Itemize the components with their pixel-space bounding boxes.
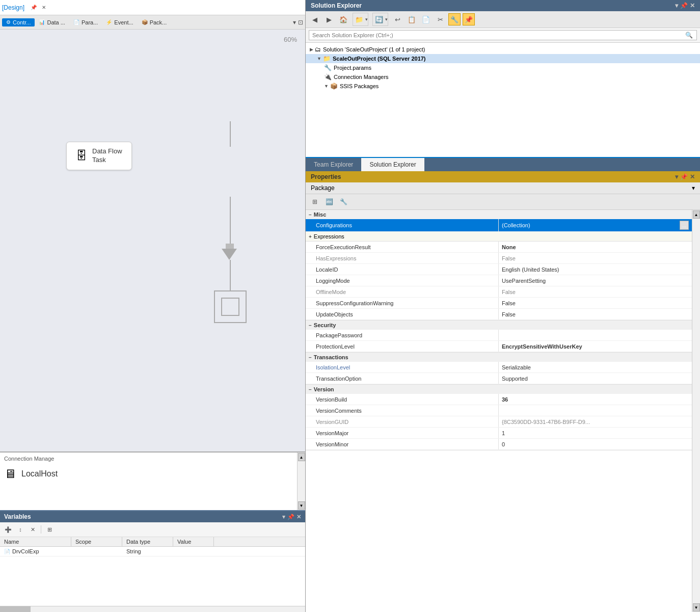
tab-solution-explorer[interactable]: Solution Explorer: [361, 158, 424, 171]
se-refresh-dropdown[interactable]: ▾: [385, 17, 388, 22]
se-paste-btn[interactable]: 📄: [420, 13, 432, 25]
se-node-packages[interactable]: ▼ 📦 SSIS Packages: [306, 82, 700, 91]
scroll-up-btn[interactable]: ▲: [298, 453, 305, 461]
props-categorized-btn[interactable]: ⊞: [309, 196, 321, 208]
props-close-btn[interactable]: ✕: [690, 173, 695, 180]
se-hide-btn[interactable]: ▾: [675, 2, 678, 9]
prop-pkg-pwd-name: PackagePassword: [306, 330, 499, 340]
design-title: [Design]: [2, 4, 24, 11]
se-search-icon: 🔍: [685, 32, 693, 39]
prop-update-value: False: [499, 309, 692, 320]
se-close-btn[interactable]: ✕: [690, 2, 695, 9]
packages-expand-icon: ▼: [324, 84, 329, 89]
solution-expand-icon: ▶: [310, 47, 313, 52]
tab-parameters[interactable]: 📄 Para...: [69, 18, 102, 26]
se-title-actions: ▾ 📌 ✕: [675, 2, 695, 9]
tab-control-flow[interactable]: ⚙ Contr...: [2, 18, 35, 26]
se-node-params[interactable]: 🔧 Project.params: [306, 63, 700, 72]
version-header[interactable]: − Version: [306, 385, 692, 394]
tab-package-explorer[interactable]: 📦 Pack...: [138, 18, 171, 26]
props-scroll-down[interactable]: ▼: [693, 603, 700, 611]
prop-vbuild-value: 36: [499, 394, 692, 405]
props-pin-btn[interactable]: 📌: [680, 173, 688, 180]
scroll-down-btn[interactable]: ▼: [298, 501, 305, 510]
variables-hide-btn[interactable]: ▾: [282, 514, 285, 520]
conn-mgr-icon: 🔌: [324, 73, 332, 81]
se-undo-btn[interactable]: ↩: [391, 13, 403, 25]
se-refresh-btn[interactable]: 🔄: [373, 13, 385, 25]
prop-isolation-name: IsolationLevel: [306, 362, 499, 372]
se-search-input[interactable]: [309, 30, 697, 40]
prop-offline-value: False: [499, 286, 692, 297]
transactions-header[interactable]: − Transactions: [306, 353, 692, 362]
grid-view-btn[interactable]: ⊞: [44, 524, 55, 535]
prop-update-objects: UpdateObjects False: [306, 309, 692, 320]
configurations-ellipsis[interactable]: ...: [680, 221, 689, 230]
pin-button[interactable]: 📌: [29, 3, 38, 12]
prop-group-version: − Version VersionBuild 36 VersionComment…: [306, 385, 692, 450]
arrow-down: [222, 249, 237, 260]
solution-explorer-title: Solution Explorer: [311, 2, 362, 9]
col-name: Name: [0, 537, 71, 546]
add-variable-btn[interactable]: ➕: [3, 524, 13, 535]
se-props-btn[interactable]: 🔧: [448, 13, 461, 25]
var-datatype-cell: String: [122, 547, 173, 556]
se-toolbar: ◀ ▶ 🏠 📁 ▾ 🔄 ▾ ↩ 📋 📄 ✂ 🔧 📌: [306, 11, 700, 28]
tab-switcher: Team Explorer Solution Explorer: [306, 158, 700, 171]
tab-data-flow[interactable]: 📊 Data ...: [35, 18, 69, 26]
variables-title: Variables: [4, 513, 31, 520]
tab-event-handlers[interactable]: ⚡ Event...: [102, 18, 137, 26]
props-scroll-up[interactable]: ▲: [693, 210, 700, 219]
solution-explorer-title-bar: Solution Explorer ▾ 📌 ✕: [306, 0, 700, 11]
delete-variable-btn[interactable]: ✕: [28, 524, 38, 535]
props-wrench-btn[interactable]: 🔧: [337, 196, 349, 208]
se-pin-item-btn[interactable]: 📌: [463, 13, 475, 25]
variables-close-btn[interactable]: ✕: [297, 514, 301, 520]
var-scope-cell: [71, 547, 122, 556]
se-pin-btn[interactable]: 📌: [680, 2, 688, 9]
prop-vguid-name: VersionGUID: [306, 416, 499, 427]
se-copy-btn[interactable]: 📋: [406, 13, 418, 25]
prop-version-guid: VersionGUID {8C3590DD-9331-47B6-B9FF-D9.…: [306, 416, 692, 428]
prop-vmajor-value: 1: [499, 428, 692, 438]
se-forward-btn[interactable]: ▶: [323, 13, 335, 25]
se-folder-dropdown[interactable]: ▾: [365, 17, 368, 22]
props-alpha-btn[interactable]: 🔤: [323, 196, 335, 208]
misc-header[interactable]: − Misc: [306, 210, 692, 219]
props-object-name: Package: [311, 184, 335, 192]
se-node-conn-mgr[interactable]: 🔌 Connection Managers: [306, 72, 700, 82]
prop-offline-name: OfflineMode: [306, 286, 499, 297]
props-object-selector[interactable]: Package ▾: [306, 182, 700, 194]
prop-isolation-value: Serializable: [499, 362, 692, 372]
prop-has-expr-value: False: [499, 253, 692, 263]
variables-pin-btn[interactable]: 📌: [287, 514, 294, 520]
props-hide-btn[interactable]: ▾: [675, 173, 678, 180]
variables-title-bar: Variables ▾ 📌 ✕: [0, 511, 305, 522]
prop-group-security: − Security PackagePassword ProtectionLev…: [306, 321, 692, 353]
props-toolbar: ⊞ 🔤 🔧: [306, 194, 700, 210]
props-content: − Misc Configurations (Collection) ... +…: [306, 210, 692, 612]
prop-isolation: IsolationLevel Serializable: [306, 362, 692, 373]
float-button[interactable]: ⊡: [298, 19, 303, 26]
se-node-solution[interactable]: ▶ 🗂 Solution 'ScaleOutProject' (1 of 1 p…: [306, 45, 700, 54]
left-panel: [Design] 📌 ✕ ⚙ Contr... 📊 Data ... 📄 Par…: [0, 0, 306, 612]
props-title-actions: ▾ 📌 ✕: [675, 173, 695, 180]
tab-team-explorer[interactable]: Team Explorer: [306, 158, 361, 171]
close-design-button[interactable]: ✕: [39, 3, 48, 12]
flow-task-box[interactable]: 🗄 Data FlowTask: [66, 142, 132, 170]
project-expand-icon: ▼: [317, 56, 321, 61]
hide-tabs-button[interactable]: ▾: [293, 19, 296, 26]
se-back-btn[interactable]: ◀: [309, 13, 321, 25]
se-folder-btn[interactable]: 📁: [353, 13, 365, 25]
security-header[interactable]: − Security: [306, 321, 692, 330]
expressions-row[interactable]: + Expressions: [306, 232, 692, 242]
variables-hscroll[interactable]: [0, 606, 305, 612]
prop-configurations-value: (Collection) ...: [499, 219, 692, 231]
se-node-project[interactable]: ▼ 📁 ScaleOutProject (SQL Server 2017): [306, 54, 700, 63]
prop-force-exec: ForceExecutionResult None: [306, 242, 692, 253]
misc-collapse-icon: −: [309, 212, 312, 218]
move-variable-btn[interactable]: ↕: [15, 524, 25, 535]
se-home-btn[interactable]: 🏠: [337, 13, 349, 25]
se-cut-btn[interactable]: ✂: [434, 13, 446, 25]
prop-configurations[interactable]: Configurations (Collection) ...: [306, 219, 692, 232]
